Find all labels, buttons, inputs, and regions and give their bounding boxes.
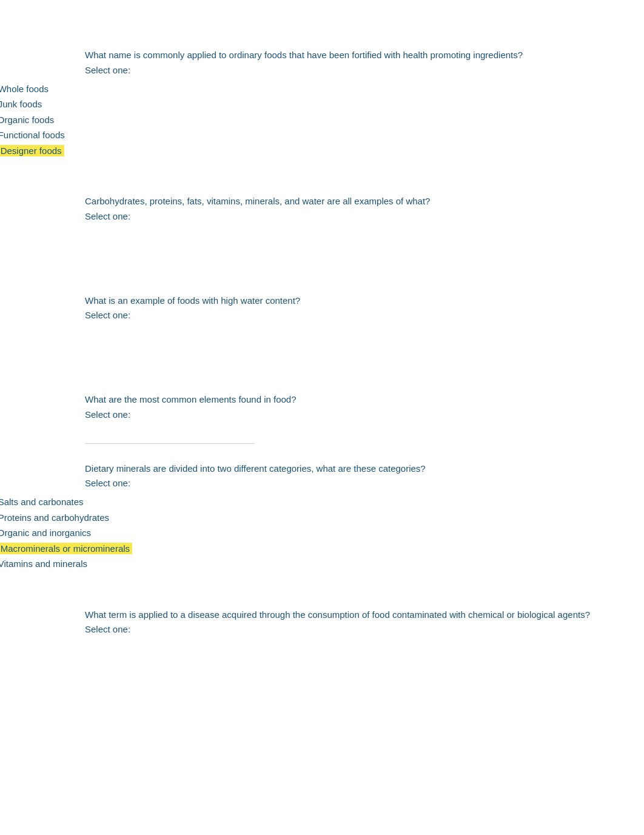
select-one-label-2: Select one:: [85, 211, 608, 221]
question-block-5: Dietary minerals are divided into two di…: [36, 462, 608, 572]
question-text-4: What are the most common elements found …: [85, 393, 608, 407]
select-one-label-3: Select one:: [85, 310, 608, 320]
select-one-label-1: Select one:: [85, 65, 608, 75]
select-one-label-5: Select one:: [85, 478, 608, 488]
question-block-2: Carbohydrates, proteins, fats, vitamins,…: [36, 195, 608, 221]
answer-1b[interactable]: b. Junk foods: [0, 96, 608, 112]
question-text-3: What is an example of foods with high wa…: [85, 294, 608, 308]
answer-1e[interactable]: e. Designer foods: [0, 143, 608, 159]
question-block-3: What is an example of foods with high wa…: [36, 294, 608, 321]
answer-5a[interactable]: a. Salts and carbonates: [0, 494, 608, 510]
answer-5d[interactable]: d. Macrominerals or microminerals: [0, 541, 608, 557]
answer-1d[interactable]: d. Functional foods: [0, 127, 608, 143]
question-block-6: What term is applied to a disease acquir…: [36, 608, 608, 635]
select-one-label-4: Select one:: [85, 409, 608, 420]
answer-list-1: a. Whole foods b. Junk foods c. Organic …: [0, 81, 608, 159]
question-block-4: What are the most common elements found …: [36, 393, 608, 420]
answer-1c[interactable]: c. Organic foods: [0, 112, 608, 128]
select-one-label-6: Select one:: [85, 624, 608, 634]
question-text-5: Dietary minerals are divided into two di…: [85, 462, 608, 476]
answer-5c[interactable]: c. Organic and inorganics: [0, 525, 608, 541]
answer-5e[interactable]: e. Vitamins and minerals: [0, 556, 608, 572]
answer-5b[interactable]: b. Proteins and carbohydrates: [0, 510, 608, 526]
answer-1a[interactable]: a. Whole foods: [0, 81, 608, 97]
question-text-2: Carbohydrates, proteins, fats, vitamins,…: [85, 195, 608, 209]
question-block-1: What name is commonly applied to ordinar…: [36, 49, 608, 158]
section-divider: [85, 443, 255, 444]
question-text-6: What term is applied to a disease acquir…: [85, 608, 608, 622]
answer-list-5: a. Salts and carbonates b. Proteins and …: [0, 494, 608, 572]
question-text-1: What name is commonly applied to ordinar…: [85, 49, 608, 62]
